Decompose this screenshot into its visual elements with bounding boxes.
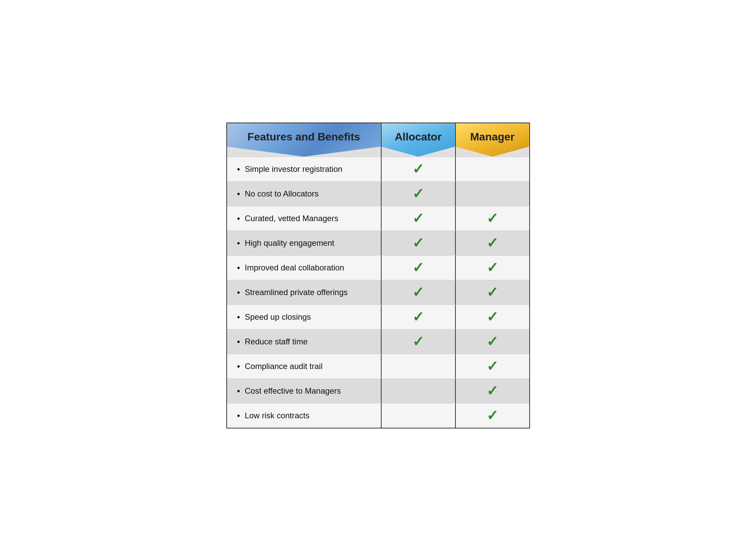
table-row: • Reduce staff time ✓ ✓ [227, 329, 529, 354]
allocator-checkmark: ✓ [412, 335, 424, 349]
manager-checkmark: ✓ [486, 409, 498, 423]
manager-check-cell: ✓ [455, 280, 529, 305]
manager-badge: Manager [456, 123, 529, 157]
table-row: • Compliance audit trail ✓ [227, 354, 529, 378]
feature-label: Reduce staff time [245, 337, 307, 346]
feature-cell: • Reduce staff time [227, 330, 381, 354]
manager-check-cell: ✓ [455, 330, 529, 354]
manager-check-cell: ✓ [455, 354, 529, 378]
allocator-check-cell: ✓ [381, 182, 455, 206]
bullet-icon: • [237, 411, 240, 421]
feature-cell: • Streamlined private offerings [227, 280, 381, 305]
features-badge: Features and Benefits [227, 123, 381, 157]
feature-label: Speed up closings [245, 312, 311, 322]
bullet-icon: • [237, 337, 240, 347]
allocator-checkmark: ✓ [412, 285, 424, 299]
table-row: • No cost to Allocators ✓ [227, 181, 529, 206]
manager-check-cell: ✓ [455, 379, 529, 403]
feature-label: Cost effective to Managers [245, 386, 341, 396]
feature-label: Curated, vetted Managers [245, 214, 338, 223]
allocator-check-cell [381, 379, 455, 403]
allocator-check-cell: ✓ [381, 280, 455, 305]
manager-checkmark: ✓ [486, 359, 498, 373]
bullet-icon: • [237, 312, 240, 322]
allocator-checkmark: ✓ [412, 162, 424, 176]
rows-container: • Simple investor registration ✓ • No co… [227, 157, 529, 428]
allocator-checkmark: ✓ [412, 211, 424, 226]
feature-cell: • Improved deal collaboration [227, 256, 381, 280]
header-row: Features and Benefits Allocator Manager [227, 123, 529, 157]
feature-label: Compliance audit trail [245, 362, 323, 371]
features-label: Features and Benefits [247, 131, 360, 143]
bullet-icon: • [237, 263, 240, 273]
manager-checkmark: ✓ [486, 310, 498, 324]
allocator-checkmark: ✓ [412, 236, 424, 250]
allocator-check-cell [381, 403, 455, 428]
feature-cell: • Curated, vetted Managers [227, 206, 381, 231]
manager-checkmark: ✓ [486, 261, 498, 275]
manager-checkmark: ✓ [486, 335, 498, 349]
table-row: • Speed up closings ✓ ✓ [227, 305, 529, 329]
table-row: • Simple investor registration ✓ [227, 157, 529, 181]
allocator-check-cell: ✓ [381, 330, 455, 354]
allocator-check-cell: ✓ [381, 206, 455, 231]
feature-cell: • High quality engagement [227, 231, 381, 255]
allocator-check-cell [381, 354, 455, 378]
table-row: • Streamlined private offerings ✓ ✓ [227, 280, 529, 305]
feature-label: Streamlined private offerings [245, 288, 347, 297]
bullet-icon: • [237, 362, 240, 371]
features-table: Features and Benefits Allocator Manager … [226, 123, 530, 428]
bullet-icon: • [237, 189, 240, 199]
feature-cell: • Speed up closings [227, 305, 381, 329]
bullet-icon: • [237, 288, 240, 297]
allocator-checkmark: ✓ [412, 187, 424, 201]
allocator-label: Allocator [395, 131, 442, 143]
bullet-icon: • [237, 214, 240, 224]
table-row: • Low risk contracts ✓ [227, 403, 529, 428]
bullet-icon: • [237, 238, 240, 248]
feature-cell: • Simple investor registration [227, 157, 381, 181]
allocator-check-cell: ✓ [381, 256, 455, 280]
manager-header-cell: Manager [455, 123, 529, 157]
feature-label: No cost to Allocators [245, 189, 318, 199]
table-row: • Cost effective to Managers ✓ [227, 378, 529, 403]
allocator-check-cell: ✓ [381, 305, 455, 329]
table-row: • Curated, vetted Managers ✓ ✓ [227, 206, 529, 231]
table-row: • High quality engagement ✓ ✓ [227, 231, 529, 255]
manager-label: Manager [470, 131, 515, 143]
allocator-badge: Allocator [382, 123, 455, 157]
table-row: • Improved deal collaboration ✓ ✓ [227, 255, 529, 280]
manager-check-cell: ✓ [455, 206, 529, 231]
manager-check-cell: ✓ [455, 403, 529, 428]
manager-check-cell: ✓ [455, 231, 529, 255]
feature-label: Simple investor registration [245, 164, 342, 174]
feature-label: Low risk contracts [245, 411, 309, 420]
allocator-check-cell: ✓ [381, 157, 455, 181]
feature-cell: • No cost to Allocators [227, 182, 381, 206]
manager-checkmark: ✓ [486, 236, 498, 250]
feature-label: Improved deal collaboration [245, 263, 344, 272]
features-header-cell: Features and Benefits [227, 123, 381, 157]
manager-checkmark: ✓ [486, 384, 498, 398]
bullet-icon: • [237, 386, 240, 396]
bullet-icon: • [237, 164, 240, 174]
allocator-check-cell: ✓ [381, 231, 455, 255]
allocator-checkmark: ✓ [412, 310, 424, 324]
manager-checkmark: ✓ [486, 285, 498, 299]
manager-check-cell: ✓ [455, 305, 529, 329]
feature-cell: • Compliance audit trail [227, 354, 381, 378]
feature-cell: • Low risk contracts [227, 403, 381, 428]
manager-checkmark: ✓ [486, 211, 498, 226]
manager-check-cell [455, 157, 529, 181]
feature-cell: • Cost effective to Managers [227, 379, 381, 403]
manager-check-cell: ✓ [455, 256, 529, 280]
allocator-header-cell: Allocator [381, 123, 455, 157]
manager-check-cell [455, 182, 529, 206]
allocator-checkmark: ✓ [412, 261, 424, 275]
feature-label: High quality engagement [245, 238, 334, 248]
